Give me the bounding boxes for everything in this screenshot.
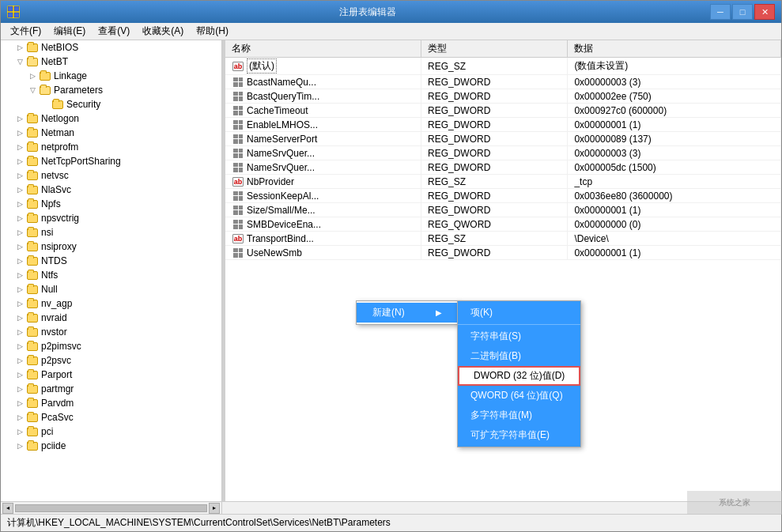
table-row[interactable]: abNbProviderREG_SZ_tcp [225,175,781,189]
cell-type: REG_SZ [421,175,568,189]
hscroll-left-btn[interactable]: ◂ [2,503,13,514]
tree-item-npsvctrig[interactable]: ▷ npsvctrig [1,211,221,225]
expand-p2psvc[interactable]: ▷ [13,354,26,367]
menu-file[interactable]: 文件(F) [4,23,47,40]
expand-npfs[interactable]: ▷ [13,198,26,210]
expand-pciide[interactable]: ▷ [13,440,26,452]
maximize-button[interactable]: □ [732,4,753,20]
tree-item-netvsc[interactable]: ▷ netvsc [1,168,221,183]
expand-pci[interactable]: ▷ [13,425,26,438]
table-row[interactable]: UseNewSmbREG_DWORD0x00000001 (1) [225,246,781,260]
menu-edit[interactable]: 编辑(E) [47,23,92,40]
reg-value-icon [232,91,244,102]
expand-parvdm[interactable]: ▷ [13,397,26,409]
expand-p2pimsvc[interactable]: ▷ [13,340,26,353]
cell-data: 0x00000089 (137) [568,132,781,146]
table-row[interactable]: ab(默认)REG_SZ(数值未设置) [225,58,781,75]
expand-pcasvc[interactable]: ▷ [13,411,26,424]
table-row[interactable]: abTransportBind...REG_SZ\Device\ [225,232,781,246]
menu-favorites[interactable]: 收藏夹(A) [136,23,190,40]
tree-item-parvdm[interactable]: ▷ Parvdm [1,396,221,410]
tree-item-nlasvc[interactable]: ▷ NlaSvc [1,183,221,197]
tree-item-p2pimsvc[interactable]: ▷ p2pimsvc [1,339,221,353]
expand-nvraid[interactable]: ▷ [13,311,26,324]
tree-item-pciide[interactable]: ▷ pciide [1,439,221,453]
hscroll-right-btn[interactable]: ▸ [209,503,220,514]
table-row[interactable]: BcastQueryTim...REG_DWORD0x000002ee (750… [225,89,781,104]
expand-ntds[interactable]: ▷ [13,255,26,267]
tree-item-netbt[interactable]: ▽ NetBT [1,55,221,69]
expand-parameters[interactable]: ▽ [26,84,39,96]
table-row[interactable]: BcastNameQu...REG_DWORD0x00000003 (3) [225,75,781,89]
svg-rect-2 [8,13,13,17]
expand-linkage[interactable]: ▷ [26,70,39,82]
folder-icon-partmgr [26,383,39,394]
expand-parport[interactable]: ▷ [13,368,26,381]
cell-name: abNbProvider [225,175,421,189]
expand-netbios[interactable]: ▷ [13,41,26,54]
cell-name-text: (默认) [247,58,277,74]
tree-item-nvstor[interactable]: ▷ nvstor [1,325,221,339]
tree-item-npfs[interactable]: ▷ Npfs [1,197,221,211]
col-header-name[interactable]: 名称 [225,40,421,58]
table-row[interactable]: CacheTimeoutREG_DWORD0x000927c0 (600000) [225,104,781,118]
tree-item-netbios[interactable]: ▷ NetBIOS [1,40,221,55]
expand-ntfs[interactable]: ▷ [13,269,26,281]
reg-value-icon [232,134,244,145]
tree-item-pci[interactable]: ▷ pci [1,424,221,439]
table-row[interactable]: EnableLMHOS...REG_DWORD0x00000001 (1) [225,118,781,132]
tree-item-nv-agp[interactable]: ▷ nv_agp [1,296,221,311]
tree-item-partmgr[interactable]: ▷ partmgr [1,382,221,396]
expand-netbt[interactable]: ▽ [13,55,26,68]
expand-partmgr[interactable]: ▷ [13,383,26,395]
col-header-data[interactable]: 数据 [568,40,781,58]
tree-item-ntfs[interactable]: ▷ Ntfs [1,268,221,282]
tree-item-nettcpportsharing[interactable]: ▷ NetTcpPortSharing [1,154,221,168]
expand-nv-agp[interactable]: ▷ [13,297,26,310]
tree-label-netbios: NetBIOS [41,42,78,53]
table-row[interactable]: Size/Small/Me...REG_DWORD0x00000001 (1) [225,203,781,217]
expand-nsi[interactable]: ▷ [13,226,26,239]
tree-item-netlogon[interactable]: ▷ Netlogon [1,111,221,126]
minimize-button[interactable]: ─ [710,4,731,20]
svg-rect-3 [14,13,19,17]
tree-panel[interactable]: ▷ NetBIOS ▽ NetBT ▷ Linkage [1,40,222,501]
expand-netlogon[interactable]: ▷ [13,112,26,125]
tree-item-parport[interactable]: ▷ Parport [1,368,221,382]
hscroll-thumb[interactable] [15,504,207,512]
col-header-type[interactable]: 类型 [421,40,568,58]
cell-name-text: NameServerPort [247,134,317,145]
tree-item-netprofm[interactable]: ▷ netprofm [1,140,221,154]
expand-nsiproxy[interactable]: ▷ [13,240,26,253]
menu-view[interactable]: 查看(V) [92,23,136,40]
menu-help[interactable]: 帮助(H) [190,23,235,40]
expand-netprofm[interactable]: ▷ [13,141,26,153]
expand-nettcpportsharing[interactable]: ▷ [13,155,26,168]
tree-item-pcasvc[interactable]: ▷ PcaSvc [1,410,221,424]
expand-npsvctrig[interactable]: ▷ [13,212,26,224]
table-row[interactable]: SessionKeepAl...REG_DWORD0x0036ee80 (360… [225,189,781,203]
table-row[interactable]: NameSrvQuer...REG_DWORD0x000005dc (1500) [225,160,781,175]
tree-item-parameters[interactable]: ▽ Parameters [1,83,221,97]
tree-item-nvraid[interactable]: ▷ nvraid [1,311,221,325]
expand-null[interactable]: ▷ [13,283,26,296]
tree-item-security[interactable]: ▷ Security [1,97,221,111]
table-row[interactable]: NameSrvQuer...REG_DWORD0x00000003 (3) [225,146,781,160]
expand-netman[interactable]: ▷ [13,126,26,139]
tree-item-linkage[interactable]: ▷ Linkage [1,69,221,83]
tree-item-p2psvc[interactable]: ▷ p2psvc [1,353,221,368]
close-button[interactable]: ✕ [754,4,775,20]
tree-item-ntds[interactable]: ▷ NTDS [1,254,221,268]
tree-item-netman[interactable]: ▷ Netman [1,126,221,140]
tree-item-nsiproxy[interactable]: ▷ nsiproxy [1,240,221,254]
table-row[interactable]: SMBDeviceEna...REG_QWORD0x00000000 (0) [225,217,781,232]
cell-name-text: Size/Small/Me... [247,205,315,216]
expand-nvstor[interactable]: ▷ [13,326,26,338]
cell-name: SessionKeepAl... [225,189,421,203]
folder-icon-netman [26,127,39,138]
table-row[interactable]: NameServerPortREG_DWORD0x00000089 (137) [225,132,781,146]
tree-item-null[interactable]: ▷ Null [1,282,221,296]
expand-netvsc[interactable]: ▷ [13,169,26,182]
expand-nlasvc[interactable]: ▷ [13,183,26,196]
tree-item-nsi[interactable]: ▷ nsi [1,225,221,240]
